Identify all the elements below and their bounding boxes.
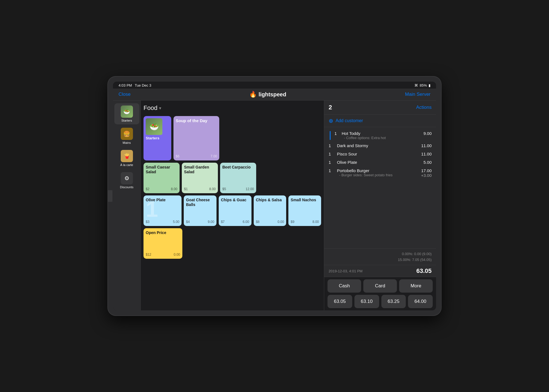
item-name-hot-toddy: Hot Toddy [342,131,424,136]
tile-soup[interactable]: Soup of the Day $6 7.00 [173,116,219,160]
order-number: 2 [329,104,332,111]
tile-soup-sku: $6 [176,154,179,158]
menu-area: Food ▾ 🥗 Starters Soup of the Day [141,100,324,310]
home-button[interactable] [107,190,112,202]
order-totals: 0.00%: 0.00 (9.00) 15.00%: 7.05 (54.05) [324,248,436,265]
item-divider [330,131,331,140]
cash-button[interactable]: Cash [328,279,361,293]
sidebar-item-mains-label: Mains [123,141,131,144]
tile-olive-bignumber: 1 [146,198,158,220]
discounts-icon: ⚙ [121,172,133,184]
sidebar: 🥗 Starters 🍔 Mains 🍟 À la carte ⚙ Discou… [113,100,141,310]
item-details-2: Dark and Stormy [337,143,421,148]
tile-beet-name: Beet Carpaccio [222,165,254,170]
order-item-dark-stormy[interactable]: 1 Dark and Stormy 11.00 [329,142,432,150]
grand-total-amount: 63.05 [416,267,432,275]
sidebar-item-alacarte-label: À la carte [120,163,133,167]
tile-caesar-price: 8.00 [171,187,177,191]
tile-olive[interactable]: Olive Plate 1 $3 5.00 [143,195,182,226]
amount-button-4[interactable]: 64.00 [408,295,433,308]
amount-button-3[interactable]: 63.25 [381,295,406,308]
tile-nachos[interactable]: Small Nachos $9 8.00 [288,195,321,226]
item-name-olive-plate: Olive Plate [337,160,424,165]
menu-row-4: Open Price $12 0.00 [143,228,321,259]
ipad-frame: 4:03 PM Tue Dec 3 ⌘ 85% ▮ Close 🔥 lights… [108,77,441,315]
logo-text: lightspeed [258,91,286,98]
main-content: 🥗 Starters 🍔 Mains 🍟 À la carte ⚙ Discou… [113,100,436,310]
total-line-2: 15.00%: 7.05 (54.05) [329,257,432,263]
mains-thumb-icon: 🍔 [121,128,133,140]
tile-chipsguac-price: 6.00 [243,220,249,224]
order-header: 2 Actions [324,100,436,115]
tile-chipsguac-name: Chips & Guac [221,198,249,202]
item-name-portobello: Portobello Burger [337,168,421,173]
tile-chipssalsa-name: Chips & Salsa [256,198,284,202]
alacarte-thumb-icon: 🍟 [121,150,133,162]
tile-chips-guac[interactable]: Chips & Guac $7 6.00 [219,195,251,226]
item-note-portobello: - Burger sides: Sweet potato fries [337,173,421,177]
add-customer-label: Add customer [336,118,363,123]
status-time: 4:03 PM [119,83,132,87]
tile-nachos-price: 8.00 [313,220,319,224]
item-details-1: Hot Toddy - Coffee options: Extra hot [342,131,424,140]
tile-beet[interactable]: Beet Carpaccio $5 12.00 [220,163,256,193]
actions-button[interactable]: Actions [416,105,432,110]
tile-nachos-name: Small Nachos [291,198,319,202]
card-button[interactable]: Card [363,279,397,293]
item-price-pisco-sour: 11.00 [421,152,432,156]
sidebar-item-discounts[interactable]: ⚙ Discounts [114,170,139,191]
category-title: Food [143,104,157,112]
tile-goat[interactable]: Goat Cheese Balls $4 9.00 [184,195,216,226]
order-item-hot-toddy[interactable]: 1 Hot Toddy - Coffee options: Extra hot … [329,129,432,142]
add-customer-row[interactable]: ⊕ Add customer [324,115,436,127]
item-price-hot-toddy: 9.00 [424,131,432,136]
sidebar-item-mains[interactable]: 🍔 Mains [114,125,139,147]
status-bar: 4:03 PM Tue Dec 3 ⌘ 85% ▮ [113,82,436,89]
item-qty-1: 1 [334,131,339,140]
amount-button-2[interactable]: 63.10 [354,295,379,308]
total-label-2: 15.00%: 7.05 (54.05) [398,258,432,262]
order-item-pisco-sour[interactable]: 1 Pisco Sour 11.00 [329,150,432,158]
tile-openprice-sku: $12 [146,253,151,257]
server-button[interactable]: Main Server [405,92,430,97]
tile-open-price[interactable]: Open Price $12 0.00 [143,228,182,259]
starters-image: 🥗 [146,118,162,135]
sidebar-item-starters[interactable]: 🥗 Starters [114,103,139,124]
tile-caesar-sku: $2 [146,187,149,191]
tile-beet-sku: $5 [222,187,226,191]
total-label-1: 0.00%: 0.00 (9.00) [402,252,432,256]
tile-chips-salsa[interactable]: Chips & Salsa $8 0.00 [254,195,286,226]
total-line-1: 0.00%: 0.00 (9.00) [329,251,432,257]
item-price-portobello: 17.00 [421,168,432,173]
order-item-portobello[interactable]: 1 Portobello Burger - Burger sides: Swee… [329,167,432,179]
left-panel: 🥗 Starters 🍔 Mains 🍟 À la carte ⚙ Discou… [113,100,324,310]
battery-icon: ▮ [429,83,430,87]
sidebar-item-discounts-label: Discounts [120,185,133,189]
status-battery: 85% [420,83,427,87]
tile-soup-name: Soup of the Day [176,118,217,123]
item-name-dark-stormy: Dark and Stormy [337,143,421,148]
order-item-olive-plate[interactable]: 1 Olive Plate 5.00 [329,158,432,167]
flame-icon: 🔥 [249,91,257,98]
tile-openprice-price: 0.00 [174,253,180,257]
order-items-list: 1 Hot Toddy - Coffee options: Extra hot … [324,127,436,248]
amount-button-1[interactable]: 63.05 [328,295,352,308]
item-details-3: Pisco Sour [337,152,421,157]
logo: 🔥 lightspeed [249,91,286,98]
category-dropdown-icon[interactable]: ▾ [159,105,161,111]
item-price-olive-plate: 5.00 [424,160,432,165]
close-button[interactable]: Close [119,92,130,97]
more-button[interactable]: More [399,279,433,293]
status-date: Tue Dec 3 [135,83,151,87]
grand-total-row: 2019-12-03, 4:01 PM 63.05 [324,265,436,277]
sidebar-item-alacarte[interactable]: 🍟 À la carte [114,148,139,169]
item-price-dark-stormy: 11.00 [421,143,432,148]
payment-buttons: Cash Card More [328,279,433,293]
tile-garden[interactable]: Small Garden Salad $1 8.00 [182,163,218,193]
screen: 4:03 PM Tue Dec 3 ⌘ 85% ▮ Close 🔥 lights… [113,82,436,310]
tile-starters[interactable]: 🥗 Starters [143,116,171,160]
tile-caesar[interactable]: Small Caesar Salad $2 8.00 [143,163,180,193]
right-panel: 2 Actions ⊕ Add customer 1 [324,100,436,310]
payment-section: Cash Card More 63.05 63.10 63.25 64.00 [324,277,436,310]
item-note-hot-toddy: - Coffee options: Extra hot [342,136,424,140]
